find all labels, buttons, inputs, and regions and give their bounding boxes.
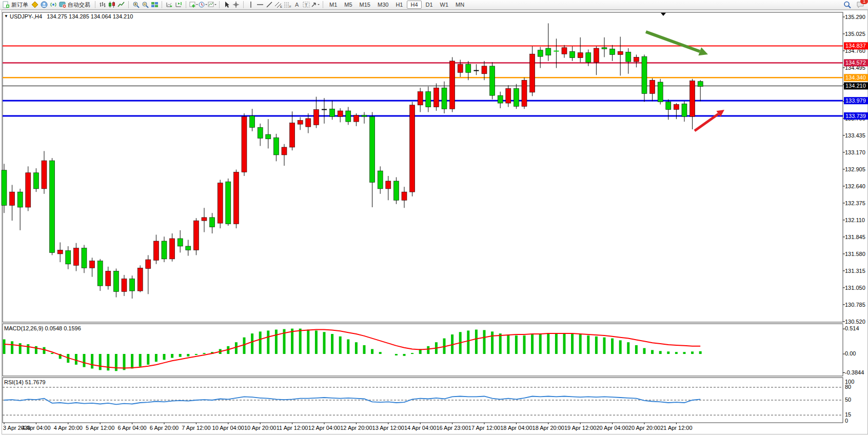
timeframe-H1[interactable]: H1 [392,1,406,9]
price-badge-label: 134.210 [845,83,866,89]
candle-body [370,116,375,182]
candle-body [490,66,495,95]
candle-body [530,54,535,92]
candle-body [402,192,407,200]
symbol-dropdown-toggle[interactable]: ▼ [4,14,8,18]
candlestick-chart-icon[interactable] [107,1,116,9]
channel-tool-icon[interactable]: E [274,1,283,9]
price-axis-label: 130.520 [845,319,865,325]
signal-icon[interactable] [49,1,58,9]
tile-windows-icon[interactable] [150,1,159,9]
time-axis-label: 10 Apr 20:00 [244,425,276,431]
line-chart-icon[interactable] [116,1,126,9]
time-axis-label: 13 Apr 12:00 [372,425,404,431]
timeframe-M30[interactable]: M30 [374,1,391,9]
price-axis-label: 130.785 [845,302,865,308]
autotrade-button[interactable]: 自动交易 [68,1,90,9]
candle-body [313,110,319,125]
candle-body [193,221,199,250]
price-axis-label: 131.315 [845,268,865,274]
candle-body [650,80,655,93]
svg-text:E: E [280,5,282,8]
cursor-icon[interactable] [222,1,231,9]
candle-body [17,192,23,207]
price-axis-label: 132.905 [845,166,865,172]
vertical-line-tool-icon[interactable] [246,1,255,9]
price-chart[interactable]: 135.290135.025134.760134.495134.230133.9… [0,0,868,435]
market-icon[interactable] [30,1,40,9]
candle-body [506,88,511,103]
timeframe-M15[interactable]: M15 [357,1,373,9]
candle-body [106,271,111,286]
price-axis-label: 133.435 [845,132,865,139]
search-icon[interactable] [843,1,852,9]
timeframe-M5[interactable]: M5 [341,1,355,9]
price-axis-label: 135.290 [845,14,865,20]
macd-axis-label: -0.3844 [845,369,864,375]
zoom-in-icon[interactable] [131,1,141,9]
time-axis-label: 17 Apr 12:00 [468,425,500,431]
candle-body [658,82,663,102]
candle-body [42,161,47,189]
time-axis-label: 14 Apr 04:00 [404,425,436,431]
candle-body [418,92,423,105]
price-badge-label: 134.572 [845,60,866,66]
price-axis-label: 132.375 [845,200,865,206]
time-axis-label: 16 Apr 23:00 [436,425,468,431]
candle-body [682,104,687,116]
profile-icon[interactable] [40,1,49,9]
new-order-icon[interactable] [2,1,11,9]
add-indicator-icon[interactable] [189,1,198,9]
candle-body [186,246,191,250]
candle-body [177,239,183,246]
candle-body [426,92,431,107]
main-toolbar: 新订单 自动交易 [0,0,868,10]
timeframe-MN[interactable]: MN [452,1,467,9]
candle-body [634,57,639,62]
label-tool-icon[interactable]: T [302,1,311,9]
template-icon[interactable] [207,1,216,9]
timeframe-H4[interactable]: H4 [407,1,421,9]
horizontal-line-tool-icon[interactable] [255,1,265,9]
candle-body [33,173,38,189]
autotrade-icon[interactable] [58,1,67,9]
trendline-tool-icon[interactable] [265,1,274,9]
timeframe-W1[interactable]: W1 [437,1,452,9]
zoom-out-icon[interactable] [141,1,150,9]
candle-body [666,102,671,110]
periods-clock-icon[interactable] [198,1,207,9]
fibonacci-tool-icon[interactable]: F [283,1,292,9]
new-order-button[interactable]: 新订单 [11,1,28,9]
candle-body [514,88,519,106]
timeframe-M1[interactable]: M1 [326,1,340,9]
bar-chart-icon[interactable] [98,1,107,9]
candle-body [378,171,383,189]
candle-body [538,50,543,56]
time-axis-label: 5 Apr 12:00 [86,425,114,431]
time-axis-label: 7 Apr 12:00 [182,425,210,431]
candle-body [218,183,223,223]
candle-body [298,121,303,124]
crosshair-icon[interactable] [231,1,241,9]
time-axis-label: 21 Apr 12:00 [660,425,692,431]
rsi-axis-label: 15 [845,411,851,418]
macd-indicator-label: MACD(12,26,9) 0.0548 0.1596 [4,325,81,331]
rsi-axis-label: 50 [845,397,851,403]
chart-shift-icon[interactable] [174,1,183,9]
auto-scroll-icon[interactable] [165,1,174,9]
candle-body [618,51,623,54]
shapes-tool-icon[interactable] [311,1,320,9]
price-axis-label: 132.110 [845,217,865,223]
candle-body [66,251,71,264]
candle-body [50,161,55,252]
candle-body [482,66,487,74]
price-axis-label: 133.170 [845,149,865,155]
notifications-chat[interactable]: 1 [856,1,865,9]
candle-body [602,48,607,49]
chart-ohlc-quote: 134.275 134.285 134.064 134.210 [47,13,133,19]
timeframe-D1[interactable]: D1 [423,1,436,9]
candle-body [202,218,207,221]
text-tool-icon[interactable]: A [292,1,302,9]
candle-body [626,52,631,62]
candle-body [690,81,695,117]
